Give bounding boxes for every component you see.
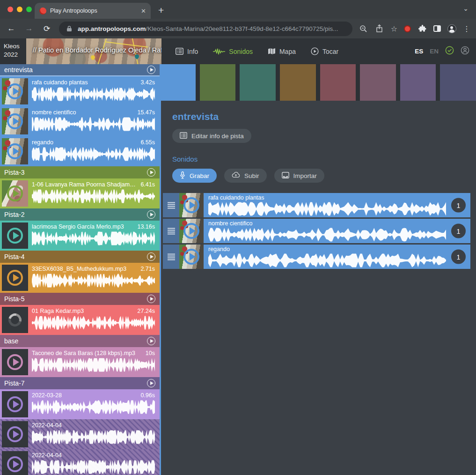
track-play-icon[interactable] <box>147 337 155 345</box>
play-button-icon[interactable] <box>7 396 23 412</box>
drag-handle-icon[interactable] <box>163 245 179 269</box>
lang-en-button[interactable]: EN <box>430 48 439 55</box>
sound-thumbnail[interactable] <box>2 391 28 417</box>
panel-sound-row[interactable]: nombre cientifico1 <box>163 219 470 243</box>
tab-search-chevron-icon[interactable]: ⌄ <box>463 5 469 12</box>
sidebar-sound-row[interactable]: Taconeo de Sara Baras (128 kbps).mp310s <box>0 347 160 377</box>
track-play-icon[interactable] <box>147 252 155 261</box>
play-button-icon[interactable] <box>7 113 23 129</box>
sound-thumbnail[interactable] <box>2 78 28 104</box>
track-header-Pista-7[interactable]: Pista-7 <box>0 377 160 389</box>
play-button-icon[interactable] <box>7 186 23 201</box>
track-color-tab-7[interactable] <box>400 64 436 101</box>
play-button-icon[interactable] <box>7 228 23 244</box>
record-extension-icon[interactable] <box>404 25 411 32</box>
sidebar-sound-row[interactable]: nombre cientifico15.47s <box>0 106 160 136</box>
new-tab-button[interactable]: + <box>158 5 164 19</box>
sound-thumbnail[interactable] <box>179 193 204 217</box>
play-button-icon[interactable] <box>183 249 199 265</box>
zoom-window-button[interactable] <box>26 7 32 12</box>
sidebar-sound-row[interactable]: 2022-04-04 <box>0 419 160 449</box>
sound-thumbnail[interactable] <box>2 138 28 164</box>
sound-thumbnail[interactable] <box>2 223 28 249</box>
track-play-icon[interactable] <box>147 210 155 219</box>
track-header-base[interactable]: base <box>0 335 160 347</box>
minimize-window-button[interactable] <box>17 7 22 12</box>
reload-button[interactable]: ⟳ <box>41 24 52 34</box>
sound-thumbnail[interactable] <box>2 307 28 333</box>
tab-tocar[interactable]: Tocar <box>305 44 344 59</box>
drag-handle-icon[interactable] <box>163 193 179 217</box>
sound-thumbnail[interactable] <box>2 451 28 475</box>
track-color-tab-2[interactable] <box>200 64 236 101</box>
play-button-icon[interactable] <box>7 456 23 472</box>
bookmark-star-icon[interactable]: ☆ <box>391 24 397 33</box>
sidebar-sound-row[interactable]: lacrimosa Sergio García Merlo.mp313.16s <box>0 221 160 251</box>
sidebar-sound-row[interactable]: 33ESX6038_B5_Muthedukkum.mp32.71s <box>0 263 160 293</box>
browser-menu-icon[interactable]: ⋮ <box>463 24 470 33</box>
record-button[interactable]: Grabar <box>172 169 217 183</box>
profile-avatar[interactable] <box>447 24 456 33</box>
sound-thumbnail[interactable] <box>2 180 28 207</box>
sound-thumbnail[interactable] <box>2 349 28 375</box>
track-color-tab-3[interactable] <box>240 64 276 101</box>
forward-button[interactable]: → <box>23 24 35 33</box>
sync-check-icon[interactable] <box>445 46 454 57</box>
sound-thumbnail[interactable] <box>2 421 28 447</box>
tab-info[interactable]: Info <box>170 44 204 59</box>
sound-thumbnail[interactable] <box>179 219 204 243</box>
track-header-entrevista[interactable]: entrevista <box>0 64 160 76</box>
account-icon[interactable] <box>461 46 469 57</box>
track-play-icon[interactable] <box>147 379 155 387</box>
play-button-icon[interactable] <box>7 143 23 159</box>
track-header-Pista-5[interactable]: Pista-5 <box>0 293 160 305</box>
play-button-icon[interactable] <box>183 197 199 213</box>
panel-sound-row[interactable]: regando1 <box>163 245 470 269</box>
sound-thumbnail[interactable] <box>2 108 28 134</box>
map-preview-image[interactable]: // Patio en Bordador Rodríguez Ojeda / R… <box>26 38 161 64</box>
project-logo[interactable]: Kleos 2022 <box>0 38 26 64</box>
side-panel-icon[interactable] <box>433 25 441 32</box>
extensions-puzzle-icon[interactable] <box>417 24 427 33</box>
drag-handle-icon[interactable] <box>163 219 179 243</box>
track-play-icon[interactable] <box>147 295 155 303</box>
edit-track-info-button[interactable]: Editar info de pista <box>172 129 251 143</box>
import-button[interactable]: Importar <box>274 169 324 183</box>
play-button-icon[interactable] <box>7 354 23 370</box>
play-button-icon[interactable] <box>7 426 23 442</box>
browser-tab[interactable]: Play Antropoloops ✕ <box>35 3 151 19</box>
track-header-Pista-3[interactable]: Pista-3 <box>0 166 160 178</box>
track-header-Pista-2[interactable]: Pista-2 <box>0 208 160 221</box>
track-color-tab-6[interactable] <box>360 64 396 101</box>
track-header-Pista-4[interactable]: Pista-4 <box>0 251 160 263</box>
lang-es-button[interactable]: ES <box>415 48 423 55</box>
address-bar[interactable]: app.antropoloops.com/Kleos-Santa-Marina/… <box>59 22 352 36</box>
sound-thumbnail[interactable] <box>2 265 28 291</box>
sidebar-sound-row[interactable]: rafa cuidando plantas3.42s <box>0 76 160 106</box>
track-play-icon[interactable] <box>147 66 155 74</box>
track-color-tab-4[interactable] <box>280 64 316 101</box>
track-color-tab-8[interactable] <box>440 64 476 101</box>
track-color-tab-5[interactable] <box>320 64 356 101</box>
upload-button[interactable]: Subir <box>224 169 267 183</box>
panel-sound-row[interactable]: rafa cuidando plantas1 <box>163 193 470 217</box>
sidebar-sound-row[interactable]: regando6.55s <box>0 136 160 166</box>
sidebar-sound-row[interactable]: 2022-03-280.96s <box>0 389 160 419</box>
tab-mapa[interactable]: Mapa <box>262 44 301 59</box>
play-button-icon[interactable] <box>7 270 23 286</box>
tab-sonidos[interactable]: Sonidos <box>207 44 258 59</box>
sound-thumbnail[interactable] <box>179 245 204 269</box>
share-icon[interactable] <box>375 24 384 33</box>
browser-toolbar: ← → ⟳ app.antropoloops.com/Kleos-Santa-M… <box>0 19 476 38</box>
track-play-icon[interactable] <box>147 168 155 177</box>
track-color-tab-1[interactable] <box>160 64 196 101</box>
sidebar-sound-row[interactable]: 2022-04-04 <box>0 449 160 475</box>
close-window-button[interactable] <box>7 7 13 12</box>
back-button[interactable]: ← <box>6 24 17 33</box>
play-button-icon[interactable] <box>183 223 199 239</box>
sidebar-sound-row[interactable]: 1-06 Lavanya Rama Poorna Shadjam Rupak..… <box>0 178 160 208</box>
play-button-icon[interactable] <box>7 83 23 99</box>
sidebar-sound-row[interactable]: 01 Raga Kedar.mp327.24s <box>0 305 160 335</box>
zoom-level-icon[interactable] <box>359 24 368 33</box>
tab-close-icon[interactable]: ✕ <box>141 7 146 15</box>
